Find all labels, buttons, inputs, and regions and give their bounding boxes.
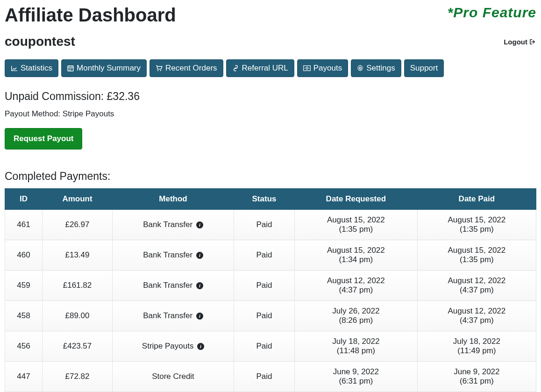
svg-rect-1: [69, 68, 70, 69]
col-id: ID: [5, 189, 43, 210]
payout-method: Payout Method: Stripe Payouts: [5, 109, 536, 119]
tab-payouts[interactable]: Payouts: [297, 59, 348, 77]
cell-method: Stripe Payouts i: [113, 331, 234, 362]
header: Affiliate Dashboard *Pro Feature: [5, 5, 536, 26]
user-row: coupontest Logout: [5, 34, 536, 49]
tab-referral-url[interactable]: Referral URL: [226, 59, 294, 77]
cell-method: Bank Transfer i: [113, 271, 234, 301]
svg-rect-3: [71, 68, 72, 69]
cell-method: Bank Transfer i: [113, 301, 234, 331]
cell-date-paid: June 9, 2022(6:31 pm): [417, 362, 536, 392]
tab-label: Monthly Summary: [77, 64, 141, 73]
col-amount: Amount: [43, 189, 113, 210]
page-title: Affiliate Dashboard: [5, 5, 176, 26]
completed-payments-table: ID Amount Method Status Date Requested D…: [5, 188, 536, 392]
table-row: 461£26.97Bank Transfer iPaidAugust 15, 2…: [5, 210, 536, 240]
cell-date-requested: July 18, 2022(11:48 pm): [295, 331, 418, 362]
svg-text:i: i: [199, 313, 200, 319]
cell-date-requested: June 9, 2022(6:31 pm): [295, 362, 418, 392]
cell-date-paid: July 18, 2022(11:49 pm): [417, 331, 536, 362]
col-date-requested: Date Requested: [295, 189, 418, 210]
cell-date-requested: July 26, 2022(8:26 pm): [295, 301, 418, 331]
cell-amount: £89.00: [43, 301, 113, 331]
cell-date-requested: August 15, 2022(1:35 pm): [295, 210, 418, 240]
completed-payments-heading: Completed Payments:: [5, 170, 536, 183]
cell-status: Paid: [234, 210, 295, 240]
gear-icon: [357, 65, 363, 71]
table-row: 460£13.49Bank Transfer iPaidAugust 15, 2…: [5, 240, 536, 271]
tab-statistics[interactable]: Statistics: [5, 59, 58, 77]
cell-status: Paid: [234, 240, 295, 271]
money-icon: [303, 65, 311, 71]
svg-text:i: i: [200, 343, 201, 349]
svg-point-10: [304, 68, 305, 69]
logout-link[interactable]: Logout: [504, 38, 536, 46]
svg-text:i: i: [199, 252, 200, 258]
tab-label: Statistics: [21, 64, 52, 73]
svg-point-7: [160, 70, 161, 71]
request-payout-button[interactable]: Request Payout: [5, 128, 82, 150]
info-icon[interactable]: i: [196, 313, 203, 320]
tab-support[interactable]: Support: [404, 59, 444, 77]
cell-status: Paid: [234, 331, 295, 362]
svg-point-9: [306, 67, 308, 70]
nav-tabs: Statistics Monthly Summary Recent Orders…: [5, 59, 536, 77]
cell-method: Store Credit: [113, 362, 234, 392]
col-status: Status: [234, 189, 295, 210]
cell-id: 461: [5, 210, 43, 240]
tab-settings[interactable]: Settings: [351, 59, 401, 77]
tab-monthly-summary[interactable]: Monthly Summary: [61, 59, 147, 77]
commission-block: Unpaid Commission: £32.36 Payout Method:…: [5, 90, 536, 150]
cell-date-paid: August 15, 2022(1:35 pm): [417, 240, 536, 271]
cart-icon: [156, 65, 163, 71]
svg-rect-2: [70, 68, 71, 69]
chart-line-icon: [11, 65, 18, 71]
cell-method: Bank Transfer i: [113, 240, 234, 271]
cell-amount: £13.49: [43, 240, 113, 271]
cell-id: 456: [5, 331, 43, 362]
cell-status: Paid: [234, 301, 295, 331]
cell-id: 458: [5, 301, 43, 331]
cell-date-requested: August 12, 2022(4:37 pm): [295, 271, 418, 301]
table-row: 458£89.00Bank Transfer iPaidJuly 26, 202…: [5, 301, 536, 331]
svg-rect-4: [69, 70, 70, 71]
cell-method: Bank Transfer i: [113, 210, 234, 240]
unpaid-commission: Unpaid Commission: £32.36: [5, 90, 536, 103]
table-row: 456£423.57Stripe Payouts iPaidJuly 18, 2…: [5, 331, 536, 362]
tab-recent-orders[interactable]: Recent Orders: [149, 59, 223, 77]
cell-amount: £26.97: [43, 210, 113, 240]
username: coupontest: [5, 34, 75, 49]
cell-status: Paid: [234, 271, 295, 301]
tab-label: Referral URL: [242, 64, 288, 73]
svg-rect-5: [70, 70, 71, 71]
info-icon[interactable]: i: [196, 282, 203, 289]
logout-label: Logout: [504, 38, 527, 46]
tab-label: Settings: [366, 64, 395, 73]
cell-id: 459: [5, 271, 43, 301]
tab-label: Payouts: [313, 64, 342, 73]
svg-point-11: [309, 68, 310, 69]
table-row: 459£161.82Bank Transfer iPaidAugust 12, …: [5, 271, 536, 301]
cell-status: Paid: [234, 362, 295, 392]
cell-date-paid: August 12, 2022(4:37 pm): [417, 301, 536, 331]
svg-point-6: [157, 70, 158, 71]
tab-label: Support: [410, 64, 438, 73]
cell-date-requested: August 15, 2022(1:34 pm): [295, 240, 418, 271]
cell-amount: £72.82: [43, 362, 113, 392]
link-icon: [232, 65, 239, 71]
col-method: Method: [113, 189, 234, 210]
info-icon[interactable]: i: [197, 343, 204, 350]
cell-id: 447: [5, 362, 43, 392]
cell-date-paid: August 12, 2022(4:37 pm): [417, 271, 536, 301]
cell-amount: £423.57: [43, 331, 113, 362]
cell-amount: £161.82: [43, 271, 113, 301]
info-icon[interactable]: i: [196, 221, 203, 228]
calendar-icon: [67, 65, 74, 71]
cell-id: 460: [5, 240, 43, 271]
tab-label: Recent Orders: [165, 64, 217, 73]
col-date-paid: Date Paid: [417, 189, 536, 210]
info-icon[interactable]: i: [196, 252, 203, 259]
table-row: 447£72.82Store CreditPaidJune 9, 2022(6:…: [5, 362, 536, 392]
cell-date-paid: August 15, 2022(1:35 pm): [417, 210, 536, 240]
svg-text:i: i: [199, 222, 200, 228]
